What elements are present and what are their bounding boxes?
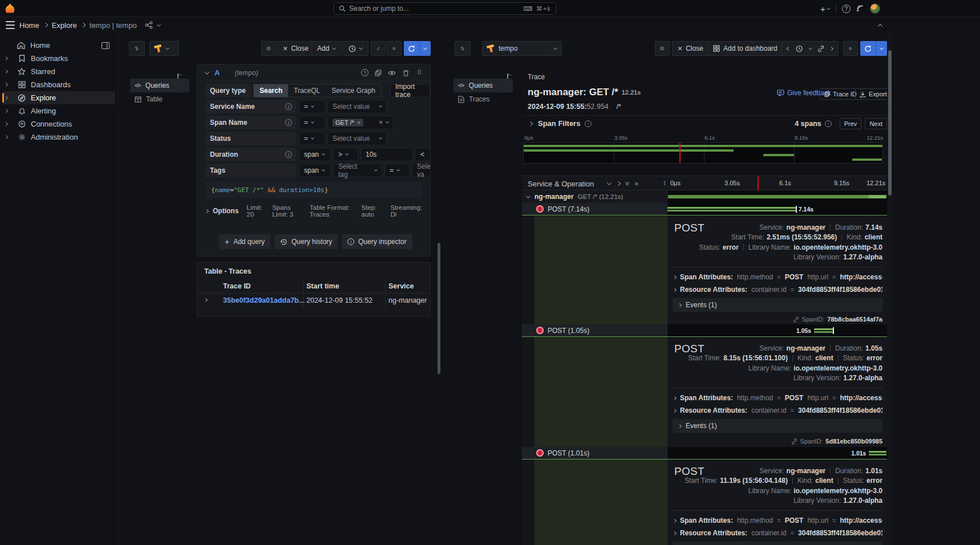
resource-attributes-row[interactable]: Resource Attributes: container.id=304fd8… [673,527,882,539]
span-bar-root[interactable] [668,195,886,198]
events-expander[interactable]: Events (1) [673,542,882,545]
clear-icon[interactable]: × [379,119,383,127]
resource-attributes-row[interactable]: Resource Attributes: container.id=304fd8… [673,283,882,296]
panel-title[interactable]: Table - Traces [204,267,251,275]
tags-op-select[interactable]: = [384,164,410,177]
span-bar[interactable] [869,451,887,455]
zoom-out-button-left[interactable] [387,41,402,56]
time-shift-back-icon[interactable] [787,46,791,50]
tab-table-left[interactable]: Table [130,92,189,106]
span-detail-tree-column[interactable] [535,216,667,324]
query-row-header[interactable]: A (tempo) ? ⠿ [197,64,430,82]
run-query-chevron-icon[interactable] [419,41,431,56]
tab-traces-right[interactable]: Traces [453,92,513,106]
collapse-sidebar-icon[interactable]: ← [507,70,513,78]
breadcrumb-explore[interactable]: Explore [52,21,77,30]
query-options-row[interactable]: Options Limit: 20 Spans Limit: 3 Table F… [205,204,422,218]
grafana-logo-icon[interactable] [5,3,15,14]
service-name-value-select[interactable]: Select value [327,100,387,113]
span-attributes-row[interactable]: Span Attributes: http.method=POST http.u… [673,392,882,404]
remove-chip-icon[interactable]: × [357,119,361,126]
table-row[interactable]: 35be0f3d29a01adda7b... 2024-12-09 15:55:… [197,294,430,308]
events-expander[interactable]: Events (1) [673,419,882,433]
sidebar-item-connections[interactable]: Connections [2,117,115,131]
export-button[interactable]: Export [855,88,887,100]
expand-one-icon[interactable] [616,181,621,186]
expand-chevron-icon[interactable] [4,96,8,100]
help-icon[interactable]: ? [842,5,851,13]
span-name-chip[interactable]: GET /*× [333,119,363,127]
collapse-all-icon[interactable] [626,181,629,186]
run-query-button-left[interactable] [404,41,431,56]
col-trace-id[interactable]: Trace ID [223,282,251,290]
link-icon[interactable] [817,45,825,52]
add-button-left[interactable]: Add [311,41,341,56]
expand-chevron-icon[interactable] [4,109,8,113]
query-help-icon[interactable]: ? [361,69,368,76]
col-service[interactable]: Service [388,282,414,290]
link-split-button-left[interactable] [371,41,386,56]
dock-menu-icon[interactable] [102,42,110,49]
col-start-time[interactable]: Start time [306,282,339,290]
close-pane-button-right[interactable]: × Close [672,41,709,56]
span-name-op-select[interactable]: = [299,116,325,129]
query-history-button[interactable]: Query history [274,234,338,249]
sidebar-item-administration[interactable]: Administration [2,131,115,144]
left-pane-scrollbar[interactable] [438,243,440,374]
status-value-select[interactable]: Select value [327,132,387,145]
sidebar-item-home[interactable]: Home [2,39,115,52]
span-bar[interactable] [814,328,833,333]
breadcrumb-actions-chevron-icon[interactable] [157,22,161,26]
events-expander[interactable]: Events (1) [673,298,882,312]
window-scrollbar-track[interactable] [888,33,892,545]
span-row-root[interactable]: ng-manager GET /* (12.21s) [522,190,887,203]
add-to-dashboard-button[interactable]: Add to dashboard [707,41,783,56]
datasource-picker-right[interactable]: tempo [482,41,562,56]
duration-scope-select[interactable]: span [299,148,331,161]
trace-id-link[interactable]: 35be0f3d29a01adda7b... [223,296,305,304]
column-resize-handle[interactable]: ‖ [663,180,666,186]
next-span-button[interactable]: Next [865,118,887,129]
user-avatar[interactable] [870,3,880,14]
import-trace-button[interactable]: Import trace [390,84,430,97]
time-shift-forward-icon[interactable] [829,46,833,50]
run-query-chevron-icon[interactable] [876,41,887,56]
span-row-post-1[interactable]: POST (7.14s) 7.14s [522,203,887,215]
close-pane-button-left[interactable]: × Close [277,41,314,56]
run-query-button-right[interactable] [860,41,887,56]
span-detail-tree-column[interactable] [535,459,667,545]
split-pane-button[interactable] [261,41,276,56]
expand-chevron-icon[interactable] [4,122,8,126]
span-name-value-select[interactable]: GET /*× × [327,116,394,129]
duplicate-query-icon[interactable] [373,68,383,78]
collapse-sidebar-icon[interactable]: ← [177,70,184,78]
status-op-select[interactable]: = [299,132,325,145]
query-inspector-button[interactable]: Query inspector [342,234,412,249]
datasource-picker-left[interactable] [149,41,179,56]
query-type-traceql[interactable]: TraceQL [288,84,326,97]
time-range-group-right[interactable] [781,41,839,56]
duration-value-input[interactable]: 10s [361,148,413,161]
share-icon[interactable] [145,21,153,29]
remove-query-icon[interactable] [400,68,411,78]
split-pane-button-right[interactable] [655,41,670,56]
query-type-service-graph[interactable]: Service Graph [326,84,381,97]
prev-span-button[interactable]: Prev [840,118,862,129]
tab-queries-left[interactable]: </> Queries [130,79,189,92]
sidebar-item-bookmarks[interactable]: Bookmarks [2,52,115,65]
span-bar[interactable] [667,207,796,212]
trace-minimap[interactable] [523,143,883,164]
query-outline-button[interactable] [129,41,145,56]
zoom-out-button-right[interactable] [843,41,858,56]
tags-scope-select[interactable]: span [299,164,331,177]
span-filters-label[interactable]: Span Filters [538,119,580,128]
duration-op-select[interactable]: > [333,148,358,161]
span-attributes-row[interactable]: Span Attributes: http.method=POST http.u… [673,271,882,283]
expand-row-icon[interactable] [204,298,208,302]
sidebar-item-explore[interactable]: Explore [2,91,115,104]
breadcrumb-home[interactable]: Home [19,21,39,30]
tab-queries-right[interactable]: </> Queries [453,79,513,92]
sidebar-item-alerting[interactable]: Alerting [2,104,115,117]
news-icon[interactable] [856,5,864,13]
expand-chevron-icon[interactable] [4,83,8,87]
